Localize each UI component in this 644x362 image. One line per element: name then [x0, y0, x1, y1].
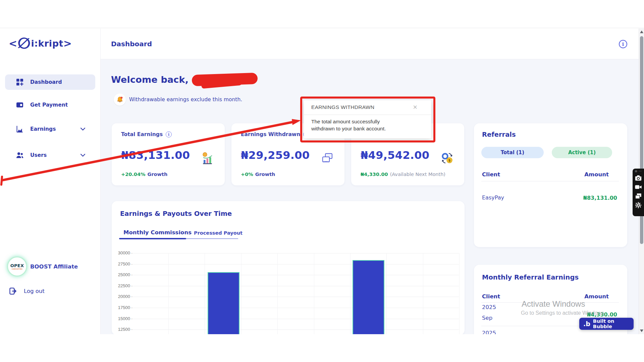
chart-bar [208, 272, 239, 334]
camera-icon[interactable] [635, 174, 642, 182]
tooltip-body-line1: The total amount successfully [311, 118, 386, 125]
activate-windows-watermark-sub: Go to Settings to activate Windows [521, 310, 604, 316]
bell-icon [114, 94, 126, 106]
notice-row: Withdrawable earnings exclude this month… [114, 94, 242, 106]
header-bar [101, 28, 644, 59]
earnings-payouts-chart-card: Earnings & Payouts Over Time Monthly Com… [112, 201, 465, 335]
withdrawable-earnings-value: ₦49,542.00 [361, 149, 429, 162]
users-icon [16, 152, 23, 159]
gear-icon[interactable] [635, 201, 642, 209]
y-axis-tick-label: 27500 [114, 261, 130, 266]
analytics-bars-icon [201, 152, 214, 165]
top-strip [0, 0, 644, 28]
y-axis-tick-label: 30000 [114, 250, 130, 255]
period-year: 2025 [482, 304, 496, 310]
logo-close-bracket: > [63, 38, 72, 49]
table-divider [481, 181, 619, 181]
sidebar-item-dashboard[interactable]: Dashboard [5, 74, 95, 90]
total-earnings-value: ₦83,131.00 [121, 149, 190, 162]
close-icon[interactable]: × [413, 103, 417, 112]
column-client: Client [482, 293, 500, 300]
y-axis-tick-label: 20000 [114, 294, 130, 299]
svg-text:$: $ [448, 159, 451, 162]
logo-symbol-icon: ∅ [16, 35, 32, 52]
card-title: Total Earnings [121, 131, 163, 137]
welcome-row: Welcome back, [111, 74, 258, 85]
referrals-total-pill[interactable]: Total (1) [481, 147, 544, 158]
earnings-withdrawn-value: ₦29,259.00 [241, 149, 310, 162]
horizontal-gridline [133, 329, 459, 330]
header-info-icon[interactable]: i [619, 40, 627, 48]
growth-value: +20.04% [121, 172, 146, 177]
opex-logo-text: OPEX [10, 263, 24, 268]
y-axis-tick-label: 25000 [114, 272, 130, 277]
vertical-gridline [168, 253, 169, 334]
opex-logo: OPEX CONSULTING [8, 257, 26, 276]
y-axis-tick-mark [131, 264, 133, 264]
y-axis-tick-mark [131, 275, 133, 275]
vertical-gridline [423, 253, 423, 334]
screenshot-cutoff-mask [0, 334, 644, 362]
total-earnings-card: Total Earnings i ₦83,131.00 +20.04%Growt… [112, 123, 225, 185]
sidebar-item-earnings[interactable]: Earnings [5, 121, 95, 137]
vertical-gridline [314, 253, 314, 334]
column-client: Client [482, 171, 500, 178]
growth-value: +0% [241, 172, 253, 177]
bubble-badge-label: Built on Bubble [593, 318, 634, 329]
affiliate-badge: OPEX CONSULTING BOOST Affiliate [8, 257, 78, 276]
column-amount: Amount [584, 293, 609, 300]
page: < ∅ i:kript > Dashboard Get Payment Earn… [0, 0, 644, 362]
sidebar-item-label: Dashboard [30, 79, 62, 85]
bubble-logo-icon: .b [583, 321, 590, 327]
chevron-down-icon[interactable] [80, 154, 85, 157]
earnings-withdrawn-tooltip: EARNINGS WITHDRAWN × The total amount su… [304, 100, 431, 138]
affiliate-label: BOOST Affiliate [30, 263, 78, 270]
scrollbar-down-arrow-icon[interactable] [640, 329, 643, 332]
y-axis-tick-label: 17500 [114, 305, 130, 310]
vertical-gridline [241, 253, 241, 334]
y-axis-tick-mark [131, 286, 133, 286]
y-axis-tick-mark [131, 329, 133, 330]
info-icon[interactable]: i [166, 131, 172, 137]
vertical-gridline [277, 253, 278, 334]
redacted-username [192, 73, 258, 86]
referrals-title: Referrals [482, 131, 516, 138]
horizontal-gridline [133, 297, 459, 297]
withdrawable-notice: Withdrawable earnings exclude this month… [129, 97, 242, 103]
sidebar-item-get-payment[interactable]: Get Payment [5, 97, 95, 113]
column-amount: Amount [584, 171, 609, 178]
y-axis-tick-mark [131, 253, 133, 253]
coin-exchange-icon: $ [441, 152, 453, 165]
horizontal-gridline [133, 264, 459, 264]
withdraw-papers-icon [321, 152, 334, 165]
window-capture-icon[interactable] [635, 192, 642, 200]
logout-label: Log out [24, 288, 45, 294]
tooltip-body-line2: withdrawn to your bank account. [311, 125, 386, 132]
sidebar-item-label: Earnings [30, 126, 56, 132]
scrollbar-up-arrow-icon[interactable] [640, 31, 643, 33]
built-on-bubble-badge[interactable]: .b Built on Bubble [579, 318, 634, 330]
referral-client[interactable]: EasyPay [482, 194, 504, 201]
opex-logo-subtext: CONSULTING [12, 268, 23, 270]
referral-amount: ₦83,131.00 [583, 195, 617, 201]
y-axis-tick-mark [131, 319, 133, 319]
available-next-month-line: ₦4,330.00(Available Next Month) [361, 172, 445, 177]
referrals-active-pill[interactable]: Active (1) [552, 147, 612, 158]
sidebar-item-users[interactable]: Users [5, 147, 95, 163]
bar-chart-plot: 3000027500250002250020000175001500012500 [112, 201, 465, 335]
vertical-gridline [386, 253, 387, 334]
logout-icon [9, 288, 16, 295]
chart-bar [353, 260, 384, 334]
tooltip-title: EARNINGS WITHDRAWN [311, 104, 374, 110]
card-title: Earnings Withdrawn [241, 131, 300, 137]
toolbar-more-icon[interactable]: ◎ ⋯ [635, 170, 642, 173]
y-axis-tick-label: 15000 [114, 316, 130, 321]
app-logo[interactable]: < ∅ i:kript > [9, 34, 72, 53]
chevron-down-icon[interactable] [80, 128, 85, 131]
logo-text: i:kript [31, 38, 63, 49]
logout-button[interactable]: Log out [9, 288, 45, 295]
y-axis-tick-mark [131, 308, 133, 308]
screen-capture-toolbar[interactable]: ◎ ⋯ [633, 169, 644, 216]
video-camera-icon[interactable] [635, 183, 642, 191]
welcome-title: Welcome back, [111, 74, 189, 85]
